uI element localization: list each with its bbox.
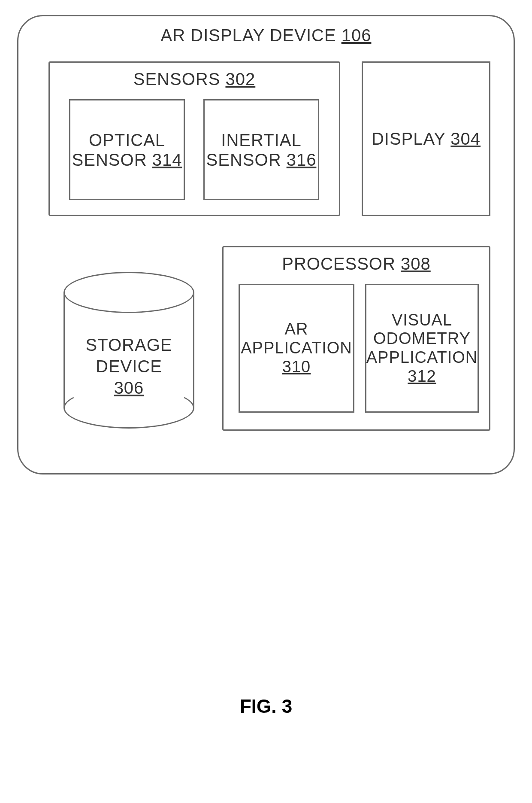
vo-app-ref: 312 <box>408 367 436 386</box>
display-row: DISPLAY 304 <box>372 129 481 149</box>
sensors-ref: 302 <box>225 70 255 88</box>
optical-line1: OPTICAL <box>89 130 165 150</box>
processor-ref: 308 <box>401 254 431 273</box>
storage-line1: STORAGE DEVICE <box>63 334 194 377</box>
ar-display-device-title: AR DISPLAY DEVICE 106 <box>18 26 514 45</box>
processor-title: PROCESSOR 308 <box>224 254 489 274</box>
diagram-page: AR DISPLAY DEVICE 106 SENSORS 302 OPTICA… <box>0 0 532 803</box>
figure-caption: FIG. 3 <box>0 696 532 717</box>
storage-device-cylinder: STORAGE DEVICE 306 <box>63 272 194 429</box>
inertial-line2: SENSOR 316 <box>206 150 317 170</box>
storage-label: STORAGE DEVICE 306 <box>63 334 194 398</box>
display-block: DISPLAY 304 <box>362 61 490 216</box>
vo-app-line3: APPLICATION <box>366 348 478 367</box>
title-text: AR DISPLAY DEVICE <box>161 26 336 45</box>
storage-ref: 306 <box>63 377 194 398</box>
ar-app-line1: AR <box>285 320 308 339</box>
title-ref: 106 <box>342 26 372 45</box>
processor-title-text: PROCESSOR <box>282 254 396 273</box>
sensors-group: SENSORS 302 OPTICAL SENSOR 314 INERTIAL … <box>48 61 340 216</box>
ar-app-ref: 310 <box>282 358 311 377</box>
display-ref: 304 <box>450 129 481 148</box>
processor-group: PROCESSOR 308 AR APPLICATION 310 VISUAL … <box>222 246 490 431</box>
inertial-ref: 316 <box>287 150 317 169</box>
vo-app-line2: ODOMETRY <box>373 329 471 348</box>
vo-app-line1: VISUAL <box>392 311 452 330</box>
optical-ref: 314 <box>152 150 182 169</box>
sensors-title: SENSORS 302 <box>50 70 339 89</box>
optical-line2: SENSOR 314 <box>72 150 182 170</box>
visual-odometry-application-block: VISUAL ODOMETRY APPLICATION 312 <box>365 284 479 413</box>
optical-sensor-block: OPTICAL SENSOR 314 <box>69 99 185 200</box>
ar-application-block: AR APPLICATION 310 <box>239 284 354 413</box>
inertial-sensor-block: INERTIAL SENSOR 316 <box>203 99 319 200</box>
ar-app-line2: APPLICATION <box>241 339 352 358</box>
sensors-title-text: SENSORS <box>133 70 221 88</box>
ar-display-device-container: AR DISPLAY DEVICE 106 SENSORS 302 OPTICA… <box>17 15 515 474</box>
cylinder-top <box>63 272 194 313</box>
inertial-line1: INERTIAL <box>221 130 301 150</box>
